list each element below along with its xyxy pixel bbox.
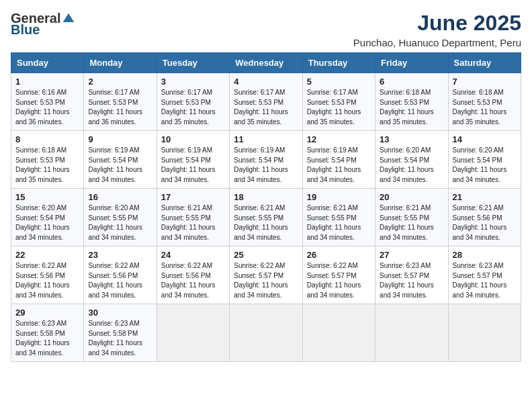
day-number: 1 (15, 77, 79, 87)
day-info: Sunrise: 6:17 AMSunset: 5:53 PMDaylight:… (161, 89, 216, 126)
day-number: 24 (161, 250, 225, 260)
day-header-friday: Friday (375, 53, 448, 73)
day-info: Sunrise: 6:22 AMSunset: 5:57 PMDaylight:… (234, 262, 288, 299)
page-header: General Blue June 2025 Punchao, Huanuco … (11, 11, 521, 48)
calendar-cell: 22 Sunrise: 6:22 AMSunset: 5:56 PMDaylig… (11, 246, 84, 304)
calendar-cell: 25 Sunrise: 6:22 AMSunset: 5:57 PMDaylig… (230, 246, 302, 304)
day-info: Sunrise: 6:21 AMSunset: 5:55 PMDaylight:… (234, 204, 288, 241)
day-info: Sunrise: 6:22 AMSunset: 5:56 PMDaylight:… (161, 262, 216, 299)
day-info: Sunrise: 6:21 AMSunset: 5:56 PMDaylight:… (453, 204, 507, 241)
day-number: 25 (234, 250, 298, 260)
day-header-sunday: Sunday (11, 53, 84, 73)
day-info: Sunrise: 6:21 AMSunset: 5:55 PMDaylight:… (307, 204, 361, 241)
day-info: Sunrise: 6:19 AMSunset: 5:54 PMDaylight:… (88, 146, 142, 183)
calendar-cell: 10 Sunrise: 6:19 AMSunset: 5:54 PMDaylig… (157, 131, 229, 189)
calendar-cell: 29 Sunrise: 6:23 AMSunset: 5:58 PMDaylig… (11, 304, 84, 362)
calendar-cell: 3 Sunrise: 6:17 AMSunset: 5:53 PMDayligh… (157, 73, 229, 131)
day-number: 10 (161, 134, 225, 144)
day-number: 29 (15, 308, 79, 318)
logo-icon (62, 12, 75, 26)
calendar-week-row: 22 Sunrise: 6:22 AMSunset: 5:56 PMDaylig… (11, 246, 521, 304)
day-info: Sunrise: 6:20 AMSunset: 5:55 PMDaylight:… (88, 204, 142, 241)
day-number: 26 (307, 250, 371, 260)
location-title: Punchao, Huanuco Department, Peru (353, 37, 521, 48)
calendar-cell: 20 Sunrise: 6:21 AMSunset: 5:55 PMDaylig… (375, 189, 448, 246)
calendar-cell: 27 Sunrise: 6:23 AMSunset: 5:57 PMDaylig… (375, 246, 448, 304)
day-header-saturday: Saturday (448, 53, 521, 73)
day-number: 11 (234, 134, 298, 144)
day-number: 22 (15, 250, 79, 260)
day-info: Sunrise: 6:16 AMSunset: 5:53 PMDaylight:… (15, 89, 70, 126)
day-info: Sunrise: 6:17 AMSunset: 5:53 PMDaylight:… (88, 89, 142, 126)
calendar-cell: 1 Sunrise: 6:16 AMSunset: 5:53 PMDayligh… (11, 73, 84, 131)
day-number: 27 (380, 250, 443, 260)
day-header-wednesday: Wednesday (230, 53, 302, 73)
calendar-cell (375, 304, 448, 362)
day-info: Sunrise: 6:19 AMSunset: 5:54 PMDaylight:… (234, 146, 288, 183)
day-info: Sunrise: 6:19 AMSunset: 5:54 PMDaylight:… (161, 146, 216, 183)
day-info: Sunrise: 6:21 AMSunset: 5:55 PMDaylight:… (161, 204, 216, 241)
day-info: Sunrise: 6:23 AMSunset: 5:58 PMDaylight:… (15, 320, 70, 357)
calendar-cell: 24 Sunrise: 6:22 AMSunset: 5:56 PMDaylig… (157, 246, 229, 304)
day-number: 18 (234, 192, 298, 202)
calendar-cell: 8 Sunrise: 6:18 AMSunset: 5:53 PMDayligh… (11, 131, 84, 189)
day-number: 21 (453, 192, 517, 202)
day-info: Sunrise: 6:22 AMSunset: 5:56 PMDaylight:… (88, 262, 142, 299)
calendar-header-row: SundayMondayTuesdayWednesdayThursdayFrid… (11, 53, 521, 73)
day-info: Sunrise: 6:22 AMSunset: 5:56 PMDaylight:… (15, 262, 70, 299)
day-info: Sunrise: 6:18 AMSunset: 5:53 PMDaylight:… (380, 89, 434, 126)
day-info: Sunrise: 6:21 AMSunset: 5:55 PMDaylight:… (380, 204, 434, 241)
calendar-week-row: 29 Sunrise: 6:23 AMSunset: 5:58 PMDaylig… (11, 304, 521, 362)
calendar-cell: 5 Sunrise: 6:17 AMSunset: 5:53 PMDayligh… (302, 73, 375, 131)
calendar-cell: 28 Sunrise: 6:23 AMSunset: 5:57 PMDaylig… (448, 246, 521, 304)
day-number: 15 (15, 192, 79, 202)
day-number: 20 (380, 192, 443, 202)
day-number: 17 (161, 192, 225, 202)
calendar-week-row: 15 Sunrise: 6:20 AMSunset: 5:54 PMDaylig… (11, 189, 521, 246)
svg-marker-0 (63, 13, 75, 21)
day-info: Sunrise: 6:20 AMSunset: 5:54 PMDaylight:… (380, 146, 434, 183)
logo-blue-text: Blue (11, 22, 40, 38)
calendar-cell: 19 Sunrise: 6:21 AMSunset: 5:55 PMDaylig… (302, 189, 375, 246)
day-number: 28 (453, 250, 517, 260)
day-number: 23 (88, 250, 152, 260)
calendar-cell: 12 Sunrise: 6:19 AMSunset: 5:54 PMDaylig… (302, 131, 375, 189)
day-header-tuesday: Tuesday (157, 53, 229, 73)
calendar-cell: 18 Sunrise: 6:21 AMSunset: 5:55 PMDaylig… (230, 189, 302, 246)
day-info: Sunrise: 6:20 AMSunset: 5:54 PMDaylight:… (453, 146, 507, 183)
day-info: Sunrise: 6:23 AMSunset: 5:57 PMDaylight:… (380, 262, 434, 299)
day-info: Sunrise: 6:23 AMSunset: 5:57 PMDaylight:… (453, 262, 507, 299)
calendar-cell: 30 Sunrise: 6:23 AMSunset: 5:58 PMDaylig… (84, 304, 157, 362)
calendar-cell (448, 304, 521, 362)
calendar-cell: 7 Sunrise: 6:18 AMSunset: 5:53 PMDayligh… (448, 73, 521, 131)
calendar-cell: 23 Sunrise: 6:22 AMSunset: 5:56 PMDaylig… (84, 246, 157, 304)
day-number: 9 (88, 134, 152, 144)
calendar-cell: 9 Sunrise: 6:19 AMSunset: 5:54 PMDayligh… (84, 131, 157, 189)
calendar-cell: 4 Sunrise: 6:17 AMSunset: 5:53 PMDayligh… (230, 73, 302, 131)
calendar-cell: 16 Sunrise: 6:20 AMSunset: 5:55 PMDaylig… (84, 189, 157, 246)
calendar-cell: 13 Sunrise: 6:20 AMSunset: 5:54 PMDaylig… (375, 131, 448, 189)
day-number: 30 (88, 308, 152, 318)
day-header-thursday: Thursday (302, 53, 375, 73)
day-number: 5 (307, 77, 371, 87)
calendar-cell (230, 304, 302, 362)
day-number: 12 (307, 134, 371, 144)
calendar-week-row: 8 Sunrise: 6:18 AMSunset: 5:53 PMDayligh… (11, 131, 521, 189)
month-title: June 2025 (353, 11, 521, 36)
day-number: 6 (380, 77, 443, 87)
calendar-cell: 6 Sunrise: 6:18 AMSunset: 5:53 PMDayligh… (375, 73, 448, 131)
day-number: 8 (15, 134, 79, 144)
calendar-week-row: 1 Sunrise: 6:16 AMSunset: 5:53 PMDayligh… (11, 73, 521, 131)
day-info: Sunrise: 6:22 AMSunset: 5:57 PMDaylight:… (307, 262, 361, 299)
calendar-table: SundayMondayTuesdayWednesdayThursdayFrid… (11, 52, 521, 362)
day-number: 16 (88, 192, 152, 202)
logo: General Blue (11, 11, 75, 38)
calendar-cell (302, 304, 375, 362)
day-number: 3 (161, 77, 225, 87)
day-number: 4 (234, 77, 298, 87)
day-info: Sunrise: 6:19 AMSunset: 5:54 PMDaylight:… (307, 146, 361, 183)
day-info: Sunrise: 6:23 AMSunset: 5:58 PMDaylight:… (88, 320, 142, 357)
day-number: 7 (453, 77, 517, 87)
calendar-cell: 2 Sunrise: 6:17 AMSunset: 5:53 PMDayligh… (84, 73, 157, 131)
calendar-cell: 14 Sunrise: 6:20 AMSunset: 5:54 PMDaylig… (448, 131, 521, 189)
